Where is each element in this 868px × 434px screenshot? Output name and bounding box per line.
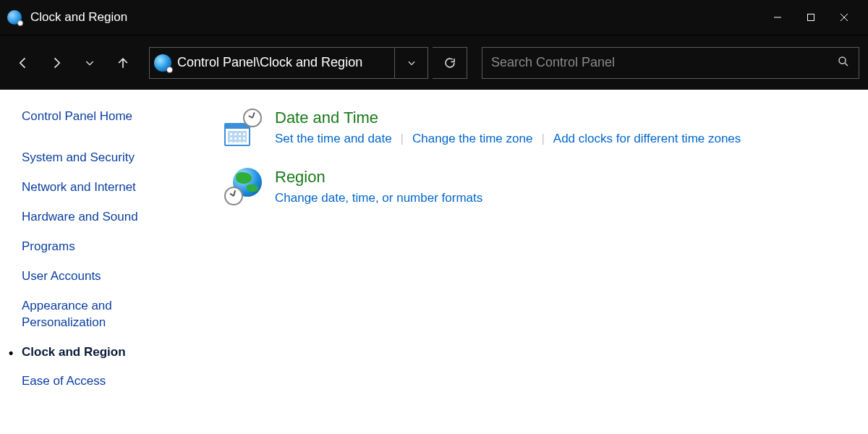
address-bar[interactable] [149, 47, 428, 79]
control-panel-icon [154, 54, 171, 72]
sidebar: Control Panel Home System and Security N… [0, 90, 217, 434]
sidebar-home-link[interactable]: Control Panel Home [22, 109, 217, 125]
sidebar-item-network-internet[interactable]: Network and Internet [22, 179, 217, 196]
separator: | [401, 132, 404, 146]
address-dropdown-button[interactable] [394, 48, 427, 78]
nav-toolbar [0, 35, 868, 90]
category-region: Region Change date, time, or number form… [224, 168, 846, 205]
region-icon [224, 168, 262, 205]
app-icon [7, 10, 22, 25]
sidebar-item-system-security[interactable]: System and Security [22, 150, 217, 166]
svg-rect-0 [808, 14, 814, 21]
sidebar-item-user-accounts[interactable]: User Accounts [22, 268, 217, 285]
sidebar-item-appearance-personalization[interactable]: Appearance and Personalization [22, 298, 145, 331]
separator: | [541, 132, 544, 146]
task-change-time-zone[interactable]: Change the time zone [412, 132, 532, 146]
window-title: Clock and Region [30, 10, 127, 25]
minimize-button[interactable] [761, 3, 794, 32]
address-input[interactable] [177, 55, 394, 70]
task-change-formats[interactable]: Change date, time, or number formats [275, 191, 482, 205]
svg-point-1 [839, 57, 846, 64]
up-button[interactable] [109, 48, 137, 77]
titlebar: Clock and Region [0, 0, 868, 35]
sidebar-item-programs[interactable]: Programs [22, 239, 217, 255]
date-and-time-icon [224, 109, 262, 146]
category-date-and-time: Date and Time Set the time and date | Ch… [224, 109, 846, 146]
main-panel: Date and Time Set the time and date | Ch… [217, 90, 868, 434]
recent-locations-button[interactable] [75, 48, 104, 77]
search-bar[interactable] [482, 47, 859, 79]
category-heading-date-and-time[interactable]: Date and Time [275, 109, 741, 127]
sidebar-item-ease-of-access[interactable]: Ease of Access [22, 373, 217, 390]
sidebar-item-hardware-sound[interactable]: Hardware and Sound [22, 209, 217, 226]
content-area: Control Panel Home System and Security N… [0, 90, 868, 434]
task-add-clocks[interactable]: Add clocks for different time zones [553, 132, 741, 146]
search-icon [837, 55, 850, 70]
task-set-time-and-date[interactable]: Set the time and date [275, 132, 392, 146]
sidebar-item-clock-region[interactable]: Clock and Region [22, 344, 217, 361]
search-input[interactable] [491, 55, 837, 70]
category-heading-region[interactable]: Region [275, 168, 482, 187]
forward-button[interactable] [42, 48, 71, 77]
back-button[interactable] [9, 48, 38, 77]
close-button[interactable] [827, 3, 861, 32]
maximize-button[interactable] [794, 3, 827, 32]
refresh-button[interactable] [433, 47, 467, 79]
